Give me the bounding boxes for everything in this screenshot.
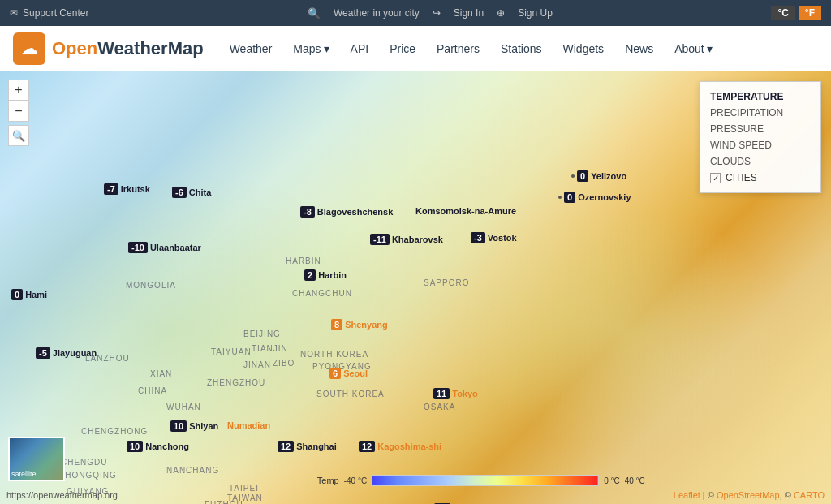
signup-link[interactable]: Sign Up [518,7,553,19]
openstreetmap-link[interactable]: OpenStreetMap [717,490,780,500]
nav-partners[interactable]: Partners [427,36,489,62]
nav-weather[interactable]: Weather [220,36,282,62]
city-harbin: 2 Harbin [304,269,347,281]
temp-max-label: 40 °C [625,476,645,485]
city-tokyo: 11 Tokyo [433,388,478,399]
logo: ☁ OpenWeatherMap [13,32,204,65]
envelope-icon: ✉ [10,7,18,19]
layer-cities[interactable]: ✓ CITIES [710,170,811,186]
zoom-out-button[interactable]: − [8,101,29,122]
chevron-down-icon-about: ▾ [707,42,713,55]
city-khabarovsk: -11 Khabarovsk [370,234,443,245]
temp-mid-label: 0 °C [604,476,620,485]
layer-wind-speed[interactable]: WIND SPEED [710,137,811,153]
fahrenheit-button[interactable]: °F [799,6,821,20]
navbar: ☁ OpenWeatherMap Weather Maps ▾ API Pric… [0,26,831,71]
map-search-button[interactable]: 🔍 [8,125,29,146]
city-shanghai: 12 Shanghai [278,441,337,452]
temp-legend-label: Temp [317,476,339,485]
city-shiyan: 10 Shiyan [170,420,218,432]
nav-items: Weather Maps ▾ API Price Partners Statio… [220,36,818,62]
nav-news[interactable]: News [615,36,663,62]
city-komsomolsk: Komsomolsk-na-Amure [416,206,516,216]
city-nanchong: 10 Nanchong [127,441,189,452]
topbar-left: ✉ Support Center [10,7,88,19]
city-irkutsk: -7 Irkutsk [104,183,150,195]
city-seoul: 6 Seoul [329,368,368,379]
signup-icon: ⊕ [497,7,505,19]
city-jiayuguan: -5 Jiayuguan [36,347,97,359]
celsius-button[interactable]: °C [771,6,794,20]
leaflet-link[interactable]: Leaflet [674,490,700,500]
layer-precipitation[interactable]: PRECIPITATION [710,105,811,121]
city-yelizovo: 0 Yelizovo [571,170,626,182]
layer-temperature[interactable]: TEMPERATURE [710,88,811,105]
nav-about[interactable]: About ▾ [665,36,722,62]
layer-clouds[interactable]: CLOUDS [710,153,811,170]
city-hami: 0 Hami [11,289,47,300]
topbar-right: °C °F [771,6,821,20]
map-container[interactable]: MONGOLIA CHINA NORTH KOREA SOUTH KOREA C… [0,71,831,504]
cities-checkbox[interactable]: ✓ [710,173,721,183]
temp-min-label: -40 °C [344,476,367,485]
logo-text: OpenWeatherMap [52,38,204,59]
city-kagoshima: 12 Kagoshima-shi [359,441,441,452]
search-icon-top: 🔍 [308,7,321,19]
carto-link[interactable]: CARTO [794,490,825,500]
support-center-link[interactable]: Support Center [23,7,88,19]
nav-api[interactable]: API [341,36,379,62]
city-blagoveshchensk: -8 Blagoveshchensk [300,206,393,218]
map-controls: + − 🔍 [8,80,29,146]
topbar-center: 🔍 Weather in your city ↪ Sign In ⊕ Sign … [308,7,553,19]
city-chita: -6 Chita [172,187,211,198]
signin-icon: ↪ [433,7,441,19]
zoom-in-button[interactable]: + [8,80,29,101]
city-ulaanbaatar: -10 Ulaanbaatar [128,242,201,253]
footer-credits: Leaflet | © OpenStreetMap, © CARTO [674,490,825,500]
nav-stations[interactable]: Stations [491,36,552,62]
nav-price[interactable]: Price [380,36,425,62]
map-footer: https://openweathermap.org Leaflet | © O… [0,486,831,504]
footer-url: https://openweathermap.org [6,490,118,500]
logo-icon: ☁ [13,32,45,65]
temp-gradient-bar [372,475,599,486]
city-ozernovskiy: 0 Ozernovskiy [558,192,631,203]
temperature-legend: Temp -40 °C 0 °C 40 °C [317,475,645,486]
nav-maps[interactable]: Maps ▾ [283,36,338,62]
chevron-down-icon: ▾ [324,42,329,55]
weather-city-link[interactable]: Weather in your city [334,7,420,19]
city-numadian: Numadian [227,420,270,430]
city-shenyang: 8 Shenyang [331,319,388,330]
layer-panel: TEMPERATURE PRECIPITATION PRESSURE WIND … [700,81,821,193]
layer-pressure[interactable]: PRESSURE [710,121,811,137]
nav-widgets[interactable]: Widgets [553,36,614,62]
satellite-thumbnail[interactable]: satellite [8,437,65,481]
topbar: ✉ Support Center 🔍 Weather in your city … [0,0,831,26]
signin-link[interactable]: Sign In [454,7,484,19]
satellite-label: satellite [11,470,37,478]
city-vostok: -3 Vostok [471,232,517,243]
